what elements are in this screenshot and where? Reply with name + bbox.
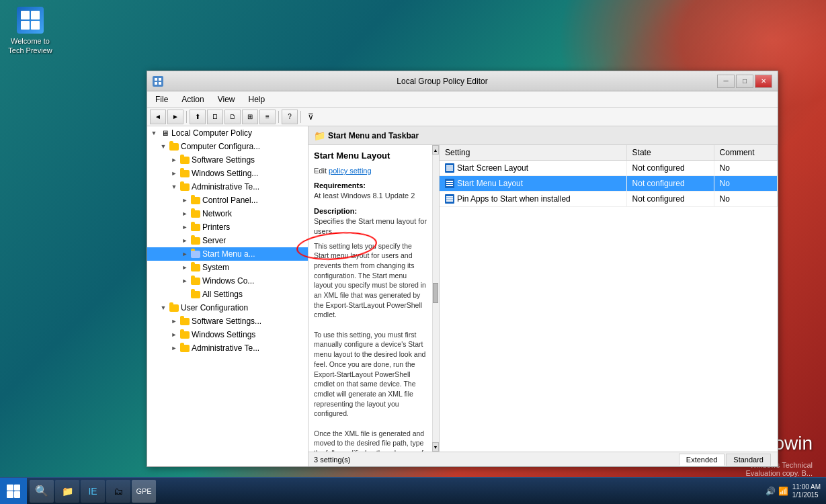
close-button[interactable]: ✕ [755,75,772,88]
gpe-window: Local Group Policy Editor ─ □ ✕ File Act… [147,71,778,467]
svg-rect-3 [159,82,161,85]
settings-table: Setting State Comment [440,145,778,207]
desc-scrollbar-thumb[interactable] [433,283,438,303]
tree-item-user-software[interactable]: ► Software Settings... [147,314,308,328]
col-header-state[interactable]: State [626,145,714,161]
tree-item-windows-components[interactable]: ► Windows Co... [147,274,308,288]
tree-item-all-settings[interactable]: All Settings [147,288,308,301]
expand-icon: ► [169,329,179,340]
minimize-button[interactable]: ─ [717,75,735,88]
menu-action[interactable]: Action [179,93,206,106]
tree-item-system[interactable]: ► System [147,261,308,274]
tree-label: Windows Settings [192,330,255,339]
window-icon [153,76,163,87]
expand-icon: ▼ [149,128,159,138]
svg-rect-4 [446,165,453,167]
expand-icon: ▼ [158,302,169,313]
desc-scrollbar[interactable] [432,145,439,452]
taskbar-item-3[interactable]: IE [81,480,105,503]
tree-item-start-menu[interactable]: ► Start Menu a... [147,247,308,261]
watermark-sub2: Evaluation copy. B... [716,469,813,477]
toolbar-btn-1[interactable]: ⬆ [190,110,206,124]
tree-item-admin-templates[interactable]: ▼ Administrative Te... [147,180,308,194]
setting-comment: No [714,192,777,207]
tree-label: Network [202,209,232,218]
svg-rect-7 [446,181,453,182]
desc-title: Start Menu Layout [314,151,427,161]
scroll-up-button[interactable]: ▲ [432,145,439,155]
policy-setting-link[interactable]: policy setting [329,167,372,175]
folder-icon [179,343,190,353]
maximize-button[interactable]: □ [736,75,753,88]
menu-view[interactable]: View [215,93,238,106]
folder-icon [169,141,179,152]
start-button[interactable] [0,478,27,505]
tray-icons: 🔊 📶 [766,487,788,496]
tree-item-root[interactable]: ▼ 🖥 Local Computer Policy [147,126,308,140]
setting-name: Start Menu Layout [440,176,626,192]
tree-item-printers[interactable]: ► Printers [147,220,308,234]
expand-icon: ► [179,195,190,206]
back-button[interactable]: ◄ [150,110,166,124]
toolbar-btn-5[interactable]: ≡ [259,110,276,124]
toolbar: ◄ ► ⬆ 🗌 🗋 ⊞ ≡ ? ⊽ [147,108,778,126]
taskbar-item-2[interactable]: 📁 [55,480,79,503]
table-row[interactable]: Pin Apps to Start when installed Not con… [440,192,778,207]
folder-icon [190,222,201,233]
menu-help[interactable]: Help [246,93,268,106]
tree-item-user-admin[interactable]: ► Administrative Te... [147,341,308,355]
filter-icon[interactable]: ⊽ [304,110,317,124]
taskbar-item-1[interactable]: 🔍 [30,480,54,503]
svg-rect-2 [155,82,157,85]
svg-rect-11 [446,198,453,200]
tree-item-windows-settings[interactable]: ► Windows Setting... [147,167,308,180]
table-row[interactable]: Start Screen Layout Not configured No [440,161,778,176]
toolbar-btn-6[interactable]: ? [282,110,298,124]
scroll-down-button[interactable]: ▼ [432,442,439,452]
taskbar-item-4[interactable]: 🗂 [106,480,130,503]
right-panel: 📁 Start Menu and Taskbar Start Menu Layo… [308,126,778,466]
tree-label: Start Menu a... [202,249,255,259]
tab-extended[interactable]: Extended [679,454,725,466]
toolbar-btn-3[interactable]: 🗋 [224,110,241,124]
tree-item-user-config[interactable]: ▼ User Configuration [147,301,308,314]
status-bar: 3 setting(s) Extended Standard [308,452,778,466]
tree-label: Software Settings... [192,317,261,326]
menu-file[interactable]: File [153,93,171,106]
menu-bar: File Action View Help [147,91,778,108]
expand-icon: ▼ [158,141,169,152]
table-row[interactable]: Start Menu Layout Not configured No [440,176,778,192]
policy-icon [445,194,454,204]
expand-icon [179,289,190,300]
tree-label: Computer Configura... [181,142,260,151]
tab-standard[interactable]: Standard [726,454,771,466]
toolbar-btn-2[interactable]: 🗌 [207,110,223,124]
desktop-icon-windows[interactable]: Welcome to Tech Preview [7,7,54,56]
tree-item-software-settings[interactable]: ► Software Settings [147,153,308,167]
toolbar-btn-4[interactable]: ⊞ [242,110,258,124]
tree-item-computer-config[interactable]: ▼ Computer Configura... [147,140,308,153]
setting-comment: No [714,176,777,192]
col-header-setting[interactable]: Setting [440,145,626,161]
expand-icon: ► [169,316,179,327]
expand-icon: ► [179,222,190,233]
taskbar-item-gpe[interactable]: GPE [132,480,156,503]
folder-icon [179,316,190,327]
svg-rect-8 [446,183,453,184]
desc-edit: Edit policy setting [314,166,427,176]
tree-item-user-windows[interactable]: ► Windows Settings [147,328,308,341]
tree-label: Administrative Te... [192,343,259,353]
col-header-comment[interactable]: Comment [714,145,777,161]
folder-icon [179,155,190,165]
computer-icon: 🖥 [159,128,170,138]
requirements-title: Requirements: [314,181,427,190]
tree-item-server[interactable]: ► Server [147,234,308,247]
expand-icon: ► [169,155,179,165]
setting-state: Not configured [626,192,714,207]
tree-item-network[interactable]: ► Network [147,207,308,220]
svg-rect-1 [159,78,161,81]
tree-label: System [202,263,229,272]
tree-item-control-panel[interactable]: ► Control Panel... [147,194,308,207]
description-panel: Start Menu Layout Edit policy setting Re… [308,145,433,452]
forward-button[interactable]: ► [167,110,183,124]
